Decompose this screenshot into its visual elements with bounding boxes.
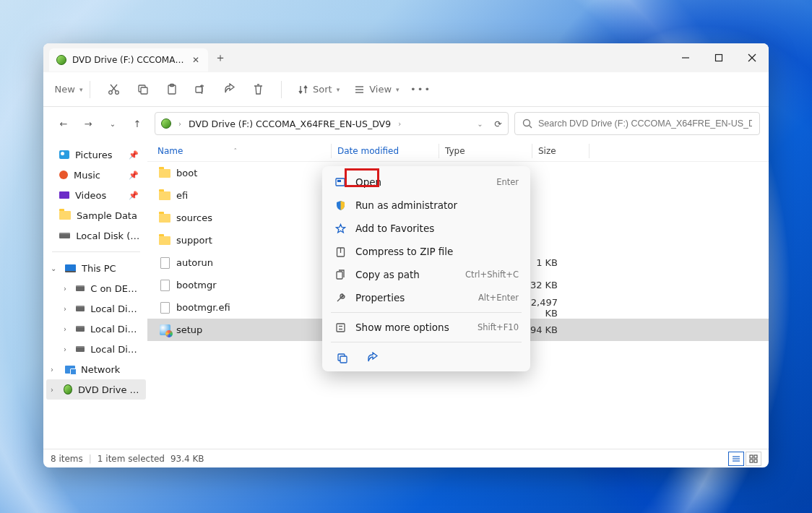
close-tab-icon[interactable]: ✕ (191, 55, 201, 65)
column-name[interactable]: Name˄ (157, 146, 331, 156)
nav-drive-c[interactable]: ›Local Disk (C:) (46, 298, 146, 319)
navigation-pane: Pictures📌 Music📌 Videos📌 Sample Data Loc… (43, 140, 147, 449)
close-window-button[interactable] (735, 43, 769, 72)
separator (331, 342, 522, 342)
refresh-button[interactable]: ⟳ (495, 118, 502, 129)
titlebar: DVD Drive (F:) CCCOMA_X64F ✕ ＋ (43, 43, 769, 72)
view-button[interactable]: View ▾ (348, 77, 405, 103)
ctx-properties[interactable]: Properties Alt+Enter (327, 286, 526, 309)
address-segment[interactable]: DVD Drive (F:) CCCOMA_X64FRE_EN-US_DV9 (189, 118, 391, 129)
nav-drive-d[interactable]: ›Local Disk (D:) (46, 319, 146, 339)
videos-icon (59, 191, 69, 199)
pin-icon: 📌 (129, 171, 142, 180)
status-bar: 8 items | 1 item selected 93.4 KB (43, 449, 769, 467)
ctx-favorites[interactable]: Add to Favorites (327, 217, 526, 240)
nav-item-network[interactable]: ›Network (46, 359, 146, 379)
copy-button[interactable] (129, 77, 155, 103)
column-size[interactable]: Size (538, 146, 589, 156)
setup-icon (157, 324, 172, 335)
columns-header: Name˄ Date modified Type Size (147, 140, 769, 162)
ctx-show-more[interactable]: Show more options Shift+F10 (327, 316, 526, 339)
ctx-share-button[interactable] (364, 350, 380, 366)
disc-icon (56, 55, 66, 65)
nav-item-localdisk-d[interactable]: Local Disk (D:) (46, 225, 146, 246)
separator (52, 251, 140, 252)
minimize-button[interactable] (669, 43, 702, 72)
chevron-right-icon: › (176, 120, 184, 128)
nav-item-videos[interactable]: Videos📌 (46, 185, 146, 205)
svg-rect-12 (141, 87, 147, 94)
chevron-down-icon: ▾ (337, 86, 340, 93)
more-button[interactable]: ••• (408, 77, 434, 103)
column-type[interactable]: Type (445, 146, 532, 156)
separator (281, 81, 282, 98)
thumbnails-view-button[interactable] (746, 452, 761, 466)
address-dropdown-icon[interactable]: ⌄ (477, 120, 483, 128)
chevron-right-icon[interactable]: › (51, 386, 58, 394)
drive-icon (76, 326, 85, 332)
pc-icon (65, 264, 76, 272)
svg-rect-32 (337, 272, 342, 279)
share-button[interactable] (216, 77, 242, 103)
star-icon (334, 223, 347, 234)
drive-icon (76, 285, 85, 291)
up-button[interactable]: ↑ (126, 112, 149, 135)
details-view-button[interactable] (728, 452, 744, 466)
paste-icon (165, 83, 178, 95)
column-date[interactable]: Date modified (337, 146, 439, 156)
forward-button[interactable]: → (77, 112, 100, 135)
paste-button[interactable] (158, 77, 184, 103)
back-button[interactable]: ← (52, 112, 75, 135)
ctx-copy-button[interactable] (334, 350, 350, 366)
ctx-run-admin[interactable]: Run as administrator (327, 194, 526, 217)
copy-icon (137, 83, 149, 95)
chevron-right-icon[interactable]: › (64, 305, 70, 313)
recent-button[interactable]: ⌄ (101, 112, 124, 135)
address-bar[interactable]: › DVD Drive (F:) CCCOMA_X64FRE_EN-US_DV9… (155, 112, 509, 135)
sort-button[interactable]: Sort ▾ (292, 77, 345, 103)
disc-icon (64, 384, 72, 395)
search-box[interactable] (514, 112, 760, 135)
new-button[interactable]: New ▾ (53, 77, 79, 103)
nav-item-thispc[interactable]: ⌄This PC (46, 258, 146, 278)
nav-drive-e[interactable]: ›Local Disk (E:) (46, 339, 146, 359)
tab-title: DVD Drive (F:) CCCOMA_X64F (72, 55, 185, 65)
rename-button[interactable] (187, 77, 213, 103)
chevron-right-icon[interactable]: › (51, 366, 59, 374)
chevron-right-icon[interactable]: › (64, 285, 70, 293)
ctx-compress[interactable]: Compress to ZIP file (327, 240, 526, 263)
svg-line-20 (530, 126, 532, 129)
chevron-down-icon[interactable]: ⌄ (51, 264, 59, 272)
svg-rect-27 (754, 460, 757, 462)
status-selected: 1 item selected (98, 454, 165, 464)
cut-button[interactable] (100, 77, 126, 103)
network-icon (65, 366, 75, 374)
ctx-open[interactable]: Open Enter (327, 171, 526, 194)
sort-icon (298, 84, 308, 95)
folder-icon (157, 214, 172, 223)
delete-button[interactable] (245, 77, 271, 103)
nav-item-music[interactable]: Music📌 (46, 165, 146, 185)
nav-item-dvd[interactable]: ›DVD Drive (F:) C (46, 379, 146, 400)
search-input[interactable] (538, 118, 752, 129)
tab-current[interactable]: DVD Drive (F:) CCCOMA_X64F ✕ (49, 48, 208, 72)
nav-drive-c-desktop[interactable]: ›C on DESKTOP (46, 278, 146, 298)
ctx-run-admin-label: Run as administrator (355, 199, 519, 211)
chevron-right-icon[interactable]: › (64, 325, 70, 333)
nav-item-pictures[interactable]: Pictures📌 (46, 145, 146, 165)
file-name: autorun (172, 257, 329, 268)
wrench-icon (334, 293, 347, 303)
ctx-more-label: Show more options (355, 322, 469, 333)
address-row: ← → ⌄ ↑ › DVD Drive (F:) CCCOMA_X64FRE_E… (43, 107, 769, 140)
new-tab-button[interactable]: ＋ (208, 51, 233, 66)
chevron-right-icon[interactable]: › (64, 345, 70, 353)
nav-item-sampledata[interactable]: Sample Data (46, 205, 146, 225)
share-icon (223, 83, 236, 95)
svg-rect-15 (196, 87, 202, 92)
ctx-copy-path[interactable]: Copy as path Ctrl+Shift+C (327, 263, 526, 286)
shield-icon (334, 200, 347, 211)
ctx-action-bar (327, 345, 526, 367)
maximize-button[interactable] (702, 43, 735, 72)
chevron-down-icon: ▾ (79, 86, 83, 93)
folder-icon (157, 236, 172, 245)
